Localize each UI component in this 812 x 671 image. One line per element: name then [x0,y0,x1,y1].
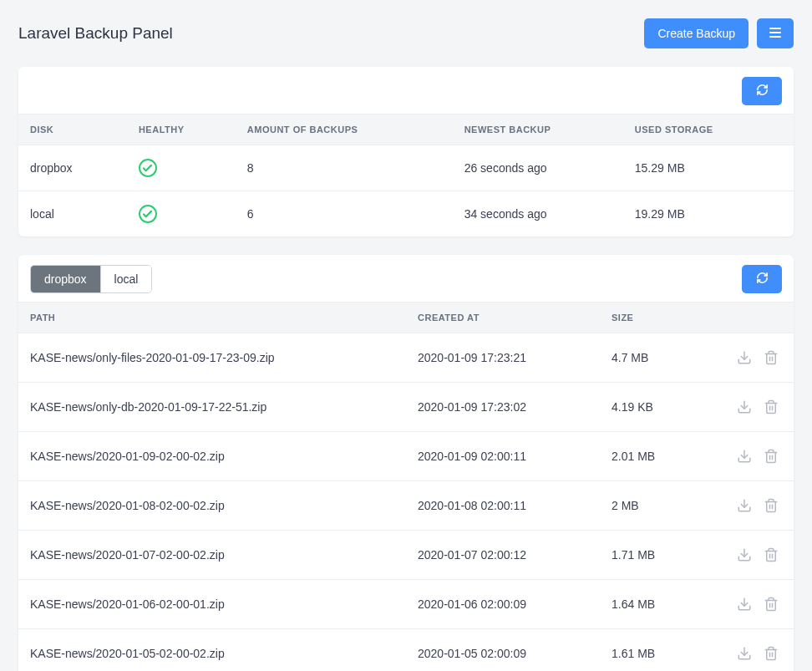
disks-card-header [18,67,794,114]
backups-header-created: Created At [406,302,600,333]
path-cell: KASE-news/2020-01-05-02-00-02.zip [18,629,406,672]
newest-cell: 26 seconds ago [453,145,623,191]
backups-card: dropboxlocal Path Created At Size KASE-n… [18,255,794,671]
delete-button[interactable] [760,347,782,369]
size-cell: 1.61 MB [600,629,716,672]
tab-local[interactable]: local [100,266,152,292]
created-cell: 2020-01-06 02:00:09 [406,580,600,629]
delete-button[interactable] [760,593,782,615]
path-cell: KASE-news/only-files-2020-01-09-17-23-09… [18,333,406,383]
size-cell: 2.01 MB [600,432,716,481]
download-button[interactable] [733,593,755,615]
disks-card: Disk Healthy Amount of backups Newest ba… [18,67,794,236]
delete-button[interactable] [760,445,782,467]
actions-cell [716,333,794,383]
page-header: Laravel Backup Panel Create Backup [18,18,794,48]
download-icon [737,547,752,562]
disks-header-used: Used storage [623,114,794,145]
trash-icon [764,498,779,513]
healthy-cell [127,145,236,191]
header-actions: Create Backup [644,18,794,48]
newest-cell: 34 seconds ago [453,191,623,237]
disks-header-healthy: Healthy [127,114,236,145]
refresh-backups-button[interactable] [742,265,782,293]
used-cell: 15.29 MB [623,145,794,191]
table-row: KASE-news/only-files-2020-01-09-17-23-09… [18,333,794,383]
created-cell: 2020-01-09 17:23:21 [406,333,600,383]
table-row: KASE-news/2020-01-06-02-00-01.zip2020-01… [18,580,794,629]
trash-icon [764,399,779,414]
backups-header-path: Path [18,302,406,333]
backups-card-header: dropboxlocal [18,255,794,302]
actions-cell [716,629,794,672]
page-title: Laravel Backup Panel [18,24,173,43]
trash-icon [764,350,779,365]
disks-header-newest: Newest backup [453,114,623,145]
disks-header-amount: Amount of backups [236,114,453,145]
download-button[interactable] [733,445,755,467]
table-row: dropbox826 seconds ago15.29 MB [18,145,794,191]
check-circle-icon [139,205,157,223]
download-icon [737,449,752,464]
download-button[interactable] [733,396,755,418]
refresh-icon [756,84,769,99]
amount-cell: 8 [236,145,453,191]
trash-icon [764,646,779,661]
size-cell: 2 MB [600,481,716,531]
actions-cell [716,432,794,481]
actions-cell [716,383,794,432]
path-cell: KASE-news/2020-01-09-02-00-02.zip [18,432,406,481]
actions-cell [716,531,794,580]
created-cell: 2020-01-05 02:00:09 [406,629,600,672]
created-cell: 2020-01-07 02:00:12 [406,531,600,580]
download-icon [737,399,752,414]
refresh-disks-button[interactable] [742,77,782,105]
disks-header-disk: Disk [18,114,127,145]
actions-cell [716,481,794,531]
delete-button[interactable] [760,643,782,664]
create-backup-button[interactable]: Create Backup [644,18,749,48]
delete-button[interactable] [760,396,782,418]
size-cell: 1.71 MB [600,531,716,580]
download-icon [737,597,752,612]
trash-icon [764,597,779,612]
healthy-cell [127,191,236,237]
created-cell: 2020-01-09 02:00:11 [406,432,600,481]
path-cell: KASE-news/2020-01-07-02-00-02.zip [18,531,406,580]
download-icon [737,350,752,365]
path-cell: KASE-news/2020-01-06-02-00-01.zip [18,580,406,629]
table-row: KASE-news/2020-01-08-02-00-02.zip2020-01… [18,481,794,531]
tab-dropbox[interactable]: dropbox [31,266,100,292]
table-row: local634 seconds ago19.29 MB [18,191,794,237]
used-cell: 19.29 MB [623,191,794,237]
backups-header-actions [716,302,794,333]
backups-table: Path Created At Size KASE-news/only-file… [18,302,794,671]
delete-button[interactable] [760,495,782,516]
size-cell: 4.19 KB [600,383,716,432]
download-button[interactable] [733,495,755,516]
disk-cell: dropbox [18,145,127,191]
size-cell: 4.7 MB [600,333,716,383]
check-circle-icon [139,159,157,177]
table-row: KASE-news/2020-01-09-02-00-02.zip2020-01… [18,432,794,481]
disk-cell: local [18,191,127,237]
table-row: KASE-news/2020-01-05-02-00-02.zip2020-01… [18,629,794,672]
download-button[interactable] [733,643,755,664]
refresh-icon [756,272,769,287]
backups-header-size: Size [600,302,716,333]
download-icon [737,646,752,661]
download-button[interactable] [733,347,755,369]
created-cell: 2020-01-08 02:00:11 [406,481,600,531]
created-cell: 2020-01-09 17:23:02 [406,383,600,432]
download-icon [737,498,752,513]
disks-table: Disk Healthy Amount of backups Newest ba… [18,114,794,236]
table-row: KASE-news/only-db-2020-01-09-17-22-51.zi… [18,383,794,432]
menu-icon [769,27,782,40]
download-button[interactable] [733,544,755,566]
delete-button[interactable] [760,544,782,566]
table-row: KASE-news/2020-01-07-02-00-02.zip2020-01… [18,531,794,580]
path-cell: KASE-news/2020-01-08-02-00-02.zip [18,481,406,531]
menu-button[interactable] [757,18,794,48]
trash-icon [764,449,779,464]
size-cell: 1.64 MB [600,580,716,629]
